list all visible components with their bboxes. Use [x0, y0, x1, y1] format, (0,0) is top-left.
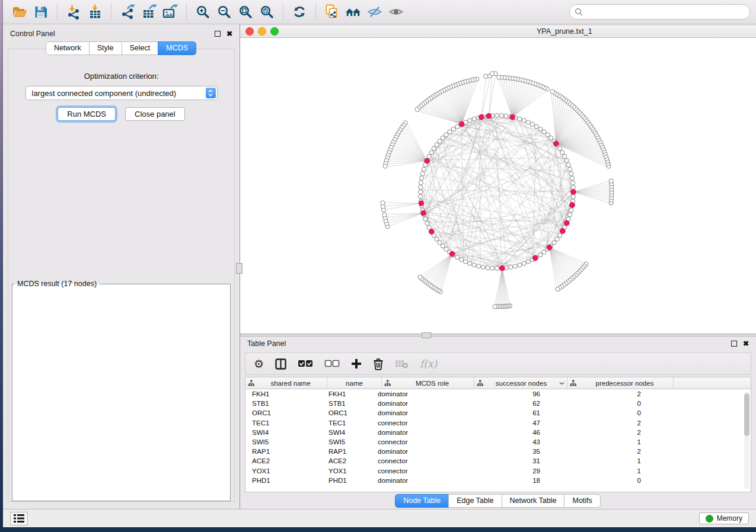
mcds-dominator-node[interactable]	[570, 203, 575, 208]
tab-select[interactable]: Select	[122, 41, 159, 55]
delete-column-button[interactable]	[373, 358, 384, 370]
network-node[interactable]	[435, 237, 439, 241]
mcds-dominator-node[interactable]	[425, 158, 430, 164]
network-node[interactable]	[509, 265, 513, 269]
network-node[interactable]	[518, 117, 522, 121]
mcds-dominator-node[interactable]	[449, 251, 455, 257]
network-node[interactable]	[441, 136, 445, 140]
network-node[interactable]	[444, 133, 448, 137]
network-node[interactable]	[419, 194, 423, 198]
table-row[interactable]: PHD1PHD1dominator180	[245, 476, 751, 485]
search-input[interactable]	[586, 7, 745, 17]
mcds-dominator-node[interactable]	[459, 121, 464, 127]
network-node[interactable]	[552, 241, 556, 245]
table-row[interactable]: TEC1TEC1connector472	[245, 418, 751, 428]
close-panel-button[interactable]: Close panel	[125, 107, 185, 121]
network-node[interactable]	[550, 89, 554, 94]
network-node[interactable]	[571, 181, 575, 185]
table-row[interactable]: SWI4SWI4dominator462	[245, 428, 751, 437]
network-node[interactable]	[383, 164, 387, 168]
network-node[interactable]	[568, 167, 572, 171]
apply-layout-button[interactable]	[289, 2, 310, 21]
zoom-out-button[interactable]	[213, 2, 235, 21]
run-mcds-button[interactable]: Run MCDS	[58, 107, 116, 121]
network-node[interactable]	[522, 118, 526, 123]
import-network-button[interactable]	[63, 2, 84, 21]
vertical-splitter-handle[interactable]	[236, 263, 243, 274]
save-session-button[interactable]	[30, 2, 52, 21]
network-node[interactable]	[432, 146, 436, 150]
float-panel-icon[interactable]	[731, 341, 737, 347]
network-node[interactable]	[448, 130, 452, 134]
network-node[interactable]	[569, 208, 573, 212]
network-node[interactable]	[472, 117, 476, 121]
column-header-shared-name[interactable]: shared name	[245, 377, 327, 389]
mcds-dominator-node[interactable]	[510, 114, 515, 120]
mcds-dominator-node[interactable]	[429, 229, 435, 235]
network-node[interactable]	[538, 127, 543, 131]
mcds-dominator-node[interactable]	[421, 210, 426, 216]
mcds-dominator-node[interactable]	[560, 229, 566, 234]
mcds-dominator-node[interactable]	[554, 141, 559, 146]
table-row[interactable]: STB1STB1dominator620	[245, 399, 751, 408]
clone-network-button[interactable]	[321, 2, 343, 21]
network-node[interactable]	[468, 261, 472, 265]
tab-mcds[interactable]: MCDS	[158, 41, 196, 55]
tab-edge-table[interactable]: Edge Table	[448, 494, 502, 508]
select-all-button[interactable]	[298, 360, 313, 368]
horizontal-splitter-handle[interactable]	[422, 332, 431, 338]
column-header-predecessor-nodes[interactable]: predecessor nodes	[567, 377, 674, 389]
zoom-selected-button[interactable]	[256, 2, 277, 21]
network-node[interactable]	[564, 159, 569, 163]
network-node[interactable]	[423, 217, 428, 221]
mcds-dominator-node[interactable]	[486, 113, 492, 118]
network-node[interactable]	[420, 176, 424, 180]
network-node[interactable]	[566, 163, 570, 167]
network-node[interactable]	[555, 237, 559, 241]
horizontal-splitter[interactable]	[240, 334, 756, 336]
hide-selected-button[interactable]	[364, 2, 385, 21]
task-history-button[interactable]	[10, 512, 28, 525]
network-node[interactable]	[451, 127, 455, 131]
mcds-dominator-node[interactable]	[419, 201, 424, 206]
network-node[interactable]	[468, 118, 472, 123]
network-node[interactable]	[455, 255, 460, 259]
table-scrollbar[interactable]	[744, 392, 749, 489]
network-node[interactable]	[435, 143, 439, 147]
network-node[interactable]	[477, 264, 481, 268]
network-node[interactable]	[418, 190, 422, 194]
open-file-button[interactable]	[9, 2, 30, 21]
export-network-button[interactable]	[117, 2, 138, 21]
network-node[interactable]	[438, 139, 442, 143]
column-header-successor-nodes[interactable]: successor nodes	[474, 377, 567, 389]
table-row[interactable]: RAP1RAP1dominator352	[245, 447, 751, 456]
network-node[interactable]	[542, 250, 546, 254]
network-node[interactable]	[429, 150, 433, 155]
table-row[interactable]: YOX1YOX1connector291	[245, 466, 751, 476]
import-table-button[interactable]	[84, 2, 106, 21]
table-row[interactable]: FKH1FKH1dominator962	[245, 389, 751, 399]
mcds-dominator-node[interactable]	[479, 114, 484, 120]
network-node[interactable]	[609, 179, 613, 183]
search-box[interactable]	[569, 4, 750, 20]
network-node[interactable]	[382, 213, 387, 217]
table-row[interactable]: SWI5SWI5connector431	[245, 437, 751, 447]
network-node[interactable]	[427, 225, 431, 229]
network-node[interactable]	[570, 176, 574, 180]
zoom-in-button[interactable]	[192, 2, 213, 21]
export-table-button[interactable]	[138, 2, 160, 21]
memory-button[interactable]: Memory	[699, 512, 749, 524]
network-node[interactable]	[441, 244, 445, 248]
network-node[interactable]	[563, 155, 567, 159]
network-node[interactable]	[556, 287, 560, 291]
window-maximize-icon[interactable]	[270, 27, 279, 36]
network-node[interactable]	[569, 172, 573, 176]
network-node[interactable]	[486, 266, 490, 270]
network-node[interactable]	[493, 305, 497, 309]
network-node[interactable]	[546, 133, 550, 137]
window-minimize-icon[interactable]	[258, 27, 266, 36]
mcds-dominator-node[interactable]	[532, 255, 538, 261]
export-image-button[interactable]	[160, 2, 181, 21]
tab-network[interactable]: Network	[46, 41, 90, 55]
network-node[interactable]	[542, 130, 546, 134]
